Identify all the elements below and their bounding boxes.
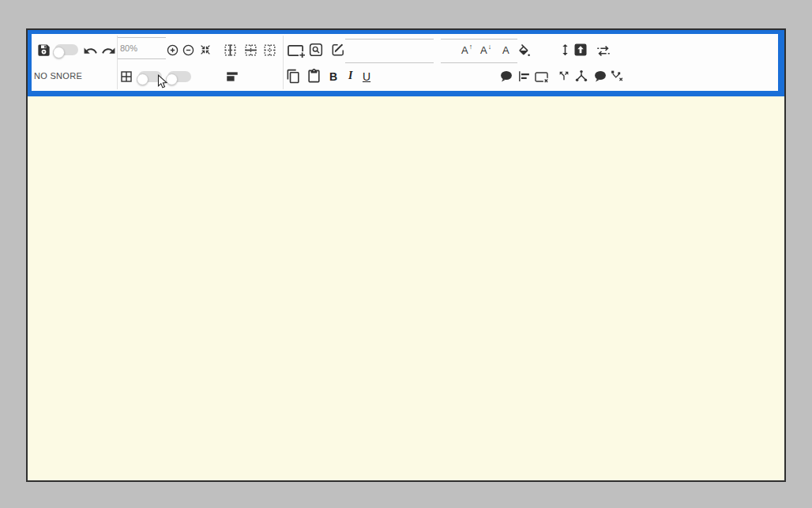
table-header-icon: [225, 70, 239, 84]
toolbar: A ↑ A ↓ A: [32, 34, 778, 91]
route-delete-button[interactable]: [610, 69, 624, 83]
border-clear-icon: [262, 43, 277, 58]
preview-icon: [308, 42, 324, 58]
grid-icon: [119, 70, 133, 84]
align-left-button[interactable]: [517, 70, 531, 83]
comment-icon: [593, 70, 607, 84]
save-button[interactable]: [36, 43, 51, 58]
fill-color-button[interactable]: [516, 43, 531, 58]
undo-button[interactable]: [83, 43, 98, 58]
copy-icon: [286, 69, 301, 84]
publish-button[interactable]: [573, 43, 588, 57]
italic-button[interactable]: I: [348, 70, 352, 82]
swap-horizontal-button[interactable]: [596, 45, 611, 57]
text-color-button[interactable]: A: [502, 44, 509, 56]
zoom-level-input[interactable]: [118, 37, 166, 59]
toolbar-toggle-3[interactable]: [167, 71, 191, 82]
publish-icon: [573, 43, 588, 57]
bold-button[interactable]: B: [329, 70, 337, 83]
add-frame-icon: [287, 43, 306, 59]
toolbar-divider: [283, 36, 284, 89]
zoom-fit-icon: [199, 43, 212, 56]
border-horizontal-button[interactable]: [243, 43, 258, 58]
font-increase-button[interactable]: A ↑: [461, 44, 472, 56]
zoom-out-button[interactable]: [182, 43, 195, 57]
border-vertical-button[interactable]: [223, 43, 238, 58]
copy-button[interactable]: [286, 69, 301, 84]
border-clear-button[interactable]: [262, 43, 277, 58]
table-header-button[interactable]: [225, 70, 239, 84]
arrow-down-icon: ↓: [488, 43, 492, 51]
height-button[interactable]: [558, 42, 573, 58]
fill-color-icon: [516, 43, 531, 58]
zoom-in-button[interactable]: [166, 43, 179, 57]
arrow-up-icon: ↑: [469, 43, 473, 51]
preview-button[interactable]: [308, 42, 324, 58]
redo-icon: [101, 43, 116, 58]
font-letter: A: [502, 44, 509, 56]
toolbar-toggle-1[interactable]: [55, 44, 78, 55]
edit-box-icon: [330, 42, 346, 58]
cursor-icon: [157, 74, 168, 90]
swap-horizontal-icon: [596, 45, 611, 57]
redo-button[interactable]: [101, 43, 116, 58]
paste-icon: [306, 69, 321, 84]
align-left-icon: [517, 70, 531, 83]
route-delete-icon: [610, 69, 624, 83]
mouse-cursor: [157, 74, 168, 90]
toolbar-frame: A ↑ A ↓ A: [28, 30, 784, 96]
comment-button-2[interactable]: [593, 70, 607, 84]
hub-icon: [574, 69, 588, 83]
remove-frame-icon: [534, 70, 549, 85]
font-decrease-button[interactable]: A ↓: [480, 44, 491, 56]
edit-box-button[interactable]: [330, 42, 346, 58]
split-icon: [558, 70, 570, 82]
app-window: A ↑ A ↓ A: [26, 28, 786, 482]
font-letter: A: [461, 44, 468, 56]
toggle-knob: [53, 47, 65, 58]
remove-frame-button[interactable]: [534, 70, 549, 85]
split-button[interactable]: [558, 70, 570, 82]
comment-icon: [499, 70, 513, 84]
save-icon: [36, 43, 51, 58]
font-letter: A: [480, 44, 487, 56]
zoom-out-icon: [182, 43, 195, 57]
underline-button[interactable]: U: [363, 70, 370, 83]
zoom-fit-button[interactable]: [199, 43, 212, 56]
comment-button[interactable]: [499, 70, 513, 84]
document-canvas[interactable]: [28, 96, 784, 480]
height-icon: [558, 42, 573, 58]
add-frame-button[interactable]: [287, 43, 306, 59]
toggle-knob: [137, 73, 148, 85]
name-field-1[interactable]: [345, 39, 434, 63]
border-horizontal-icon: [243, 43, 258, 58]
grid-button[interactable]: [119, 70, 133, 84]
paste-button[interactable]: [306, 69, 321, 84]
zoom-in-icon: [166, 43, 179, 57]
border-vertical-icon: [223, 43, 238, 58]
mode-label: NO SNORE: [34, 71, 82, 81]
undo-icon: [83, 43, 98, 58]
hub-button[interactable]: [574, 69, 588, 83]
